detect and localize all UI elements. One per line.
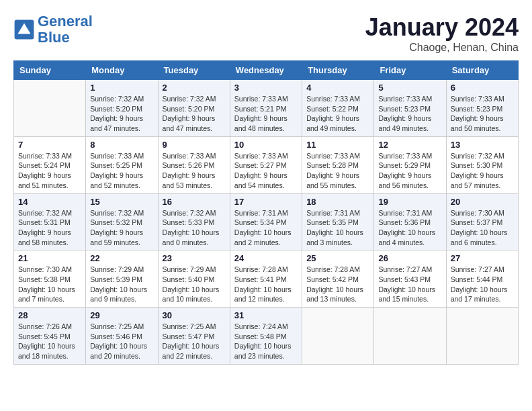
calendar-day-cell: 20 Sunrise: 7:30 AM Sunset: 5:37 PM Dayl… xyxy=(446,193,518,250)
day-info: Sunrise: 7:32 AM Sunset: 5:32 PM Dayligh… xyxy=(90,208,153,248)
daylight-text: Daylight: 9 hours and 47 minutes. xyxy=(90,114,143,132)
sunset-text: Sunset: 5:48 PM xyxy=(234,332,287,340)
sunset-text: Sunset: 5:31 PM xyxy=(18,218,71,226)
calendar-location: Chaoge, Henan, China xyxy=(365,42,519,54)
sunset-text: Sunset: 5:36 PM xyxy=(378,218,431,226)
sunrise-text: Sunrise: 7:31 AM xyxy=(306,209,360,217)
calendar-day-cell: 19 Sunrise: 7:31 AM Sunset: 5:36 PM Dayl… xyxy=(374,193,446,250)
sunset-text: Sunset: 5:28 PM xyxy=(306,161,359,169)
day-info: Sunrise: 7:33 AM Sunset: 5:23 PM Dayligh… xyxy=(378,94,441,134)
calendar-day-cell: 11 Sunrise: 7:33 AM Sunset: 5:28 PM Dayl… xyxy=(302,136,374,193)
sunrise-text: Sunrise: 7:33 AM xyxy=(90,152,144,160)
weekday-header-row: SundayMondayTuesdayWednesdayThursdayFrid… xyxy=(14,61,519,80)
day-info: Sunrise: 7:26 AM Sunset: 5:45 PM Dayligh… xyxy=(18,322,81,361)
sunrise-text: Sunrise: 7:24 AM xyxy=(234,322,288,330)
title-block: January 2024 Chaoge, Henan, China xyxy=(365,13,519,54)
calendar-day-cell: 13 Sunrise: 7:32 AM Sunset: 5:30 PM Dayl… xyxy=(446,136,518,193)
day-info: Sunrise: 7:33 AM Sunset: 5:24 PM Dayligh… xyxy=(18,151,81,191)
sunset-text: Sunset: 5:30 PM xyxy=(451,161,503,169)
day-number: 9 xyxy=(163,140,226,150)
daylight-text: Daylight: 9 hours and 52 minutes. xyxy=(90,171,143,189)
day-number: 3 xyxy=(234,83,298,93)
day-number: 31 xyxy=(234,310,298,320)
calendar-day-cell: 12 Sunrise: 7:33 AM Sunset: 5:29 PM Dayl… xyxy=(374,136,446,193)
day-info: Sunrise: 7:32 AM Sunset: 5:33 PM Dayligh… xyxy=(163,208,226,248)
day-number: 16 xyxy=(163,197,226,207)
daylight-text: Daylight: 9 hours and 56 minutes. xyxy=(378,171,431,189)
day-number: 19 xyxy=(378,197,441,207)
calendar-day-cell: 21 Sunrise: 7:30 AM Sunset: 5:38 PM Dayl… xyxy=(14,250,86,308)
sunrise-text: Sunrise: 7:33 AM xyxy=(378,152,432,160)
day-number: 12 xyxy=(378,140,441,150)
sunrise-text: Sunrise: 7:32 AM xyxy=(163,209,216,217)
day-info: Sunrise: 7:30 AM Sunset: 5:37 PM Dayligh… xyxy=(451,208,514,248)
calendar-day-cell: 10 Sunrise: 7:33 AM Sunset: 5:27 PM Dayl… xyxy=(230,136,302,193)
sunset-text: Sunset: 5:42 PM xyxy=(306,275,359,283)
sunrise-text: Sunrise: 7:31 AM xyxy=(234,209,288,217)
day-number: 23 xyxy=(163,253,226,263)
day-number: 6 xyxy=(451,83,514,93)
page-header: General Blue January 2024 Chaoge, Henan,… xyxy=(13,13,519,54)
day-info: Sunrise: 7:25 AM Sunset: 5:46 PM Dayligh… xyxy=(90,322,153,361)
calendar-day-cell: 22 Sunrise: 7:29 AM Sunset: 5:39 PM Dayl… xyxy=(86,250,158,308)
day-info: Sunrise: 7:32 AM Sunset: 5:20 PM Dayligh… xyxy=(90,94,153,134)
day-info: Sunrise: 7:33 AM Sunset: 5:25 PM Dayligh… xyxy=(90,151,153,191)
calendar-day-cell: 25 Sunrise: 7:28 AM Sunset: 5:42 PM Dayl… xyxy=(302,250,374,308)
sunset-text: Sunset: 5:39 PM xyxy=(90,275,142,283)
sunset-text: Sunset: 5:38 PM xyxy=(18,275,71,283)
day-number: 11 xyxy=(306,140,369,150)
calendar-table: SundayMondayTuesdayWednesdayThursdayFrid… xyxy=(13,60,519,365)
daylight-text: Daylight: 9 hours and 55 minutes. xyxy=(306,171,359,189)
daylight-text: Daylight: 10 hours and 4 minutes. xyxy=(378,228,435,246)
sunrise-text: Sunrise: 7:32 AM xyxy=(18,209,72,217)
day-number: 2 xyxy=(163,83,226,93)
calendar-week-row: 21 Sunrise: 7:30 AM Sunset: 5:38 PM Dayl… xyxy=(14,250,519,308)
sunset-text: Sunset: 5:23 PM xyxy=(378,105,431,113)
weekday-header-thursday: Thursday xyxy=(302,61,374,80)
day-number: 18 xyxy=(306,197,369,207)
logo: General Blue xyxy=(13,13,93,46)
calendar-day-cell: 7 Sunrise: 7:33 AM Sunset: 5:24 PM Dayli… xyxy=(14,136,86,193)
calendar-day-cell: 27 Sunrise: 7:27 AM Sunset: 5:44 PM Dayl… xyxy=(446,250,518,308)
calendar-title: January 2024 xyxy=(365,13,519,42)
sunset-text: Sunset: 5:40 PM xyxy=(163,275,215,283)
day-number: 20 xyxy=(451,197,514,207)
day-number: 29 xyxy=(90,310,153,320)
daylight-text: Daylight: 9 hours and 49 minutes. xyxy=(378,114,431,132)
calendar-day-cell xyxy=(374,308,446,365)
day-number: 24 xyxy=(234,253,298,263)
daylight-text: Daylight: 10 hours and 18 minutes. xyxy=(18,342,75,360)
calendar-day-cell: 4 Sunrise: 7:33 AM Sunset: 5:22 PM Dayli… xyxy=(302,80,374,137)
sunrise-text: Sunrise: 7:33 AM xyxy=(306,95,360,103)
calendar-day-cell: 17 Sunrise: 7:31 AM Sunset: 5:34 PM Dayl… xyxy=(230,193,302,250)
calendar-day-cell: 31 Sunrise: 7:24 AM Sunset: 5:48 PM Dayl… xyxy=(230,308,302,365)
daylight-text: Daylight: 10 hours and 17 minutes. xyxy=(451,285,508,304)
day-info: Sunrise: 7:28 AM Sunset: 5:41 PM Dayligh… xyxy=(234,265,298,304)
day-info: Sunrise: 7:30 AM Sunset: 5:38 PM Dayligh… xyxy=(18,265,81,304)
sunset-text: Sunset: 5:46 PM xyxy=(90,332,142,340)
weekday-header-saturday: Saturday xyxy=(446,61,518,80)
daylight-text: Daylight: 9 hours and 57 minutes. xyxy=(451,171,504,189)
sunset-text: Sunset: 5:27 PM xyxy=(234,161,287,169)
sunset-text: Sunset: 5:41 PM xyxy=(234,275,287,283)
daylight-text: Daylight: 9 hours and 59 minutes. xyxy=(90,228,143,246)
sunrise-text: Sunrise: 7:33 AM xyxy=(306,152,360,160)
sunrise-text: Sunrise: 7:27 AM xyxy=(378,265,432,273)
sunset-text: Sunset: 5:32 PM xyxy=(90,218,142,226)
daylight-text: Daylight: 10 hours and 15 minutes. xyxy=(378,285,435,304)
day-info: Sunrise: 7:33 AM Sunset: 5:22 PM Dayligh… xyxy=(306,94,369,134)
day-info: Sunrise: 7:33 AM Sunset: 5:21 PM Dayligh… xyxy=(234,94,298,134)
sunrise-text: Sunrise: 7:25 AM xyxy=(163,322,216,330)
sunset-text: Sunset: 5:25 PM xyxy=(90,161,142,169)
calendar-day-cell: 1 Sunrise: 7:32 AM Sunset: 5:20 PM Dayli… xyxy=(86,80,158,137)
day-info: Sunrise: 7:33 AM Sunset: 5:27 PM Dayligh… xyxy=(234,151,298,191)
calendar-day-cell: 18 Sunrise: 7:31 AM Sunset: 5:35 PM Dayl… xyxy=(302,193,374,250)
daylight-text: Daylight: 10 hours and 23 minutes. xyxy=(234,342,292,360)
daylight-text: Daylight: 10 hours and 20 minutes. xyxy=(90,342,147,360)
sunrise-text: Sunrise: 7:32 AM xyxy=(90,95,144,103)
sunset-text: Sunset: 5:44 PM xyxy=(451,275,503,283)
calendar-day-cell: 16 Sunrise: 7:32 AM Sunset: 5:33 PM Dayl… xyxy=(158,193,230,250)
sunrise-text: Sunrise: 7:33 AM xyxy=(234,152,288,160)
sunrise-text: Sunrise: 7:27 AM xyxy=(451,265,504,273)
sunrise-text: Sunrise: 7:29 AM xyxy=(163,265,216,273)
